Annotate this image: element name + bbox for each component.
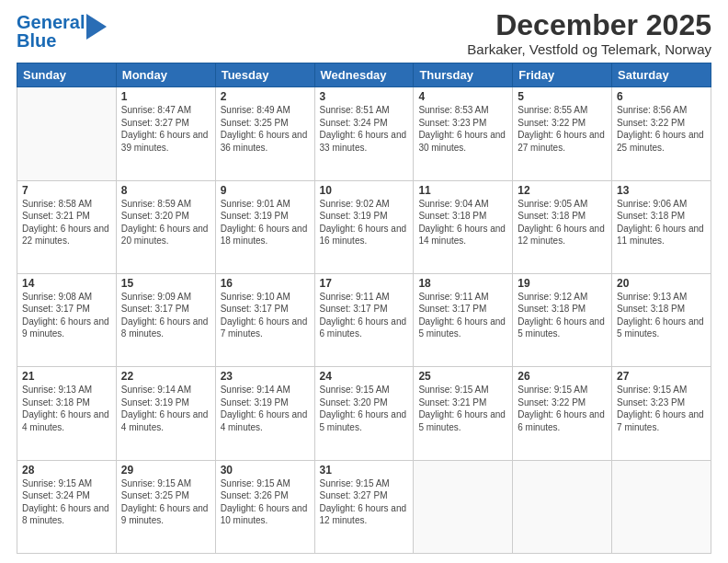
day-number: 4: [418, 90, 507, 103]
day-info: Sunrise: 9:11 AMSunset: 3:17 PMDaylight:…: [418, 291, 507, 340]
table-row: 31Sunrise: 9:15 AMSunset: 3:27 PMDayligh…: [314, 460, 414, 553]
day-number: 17: [320, 277, 409, 290]
table-row: 4Sunrise: 8:53 AMSunset: 3:23 PMDaylight…: [414, 87, 513, 180]
logo-arrow-icon: [86, 14, 107, 40]
table-row: 24Sunrise: 9:15 AMSunset: 3:20 PMDayligh…: [314, 367, 414, 460]
day-info: Sunrise: 9:05 AMSunset: 3:18 PMDaylight:…: [518, 198, 607, 247]
calendar-table: Sunday Monday Tuesday Wednesday Thursday…: [17, 63, 711, 554]
location-subtitle: Barkaker, Vestfold og Telemark, Norway: [467, 41, 711, 57]
day-info: Sunrise: 9:15 AMSunset: 3:20 PMDaylight:…: [320, 384, 409, 433]
day-number: 14: [22, 277, 111, 290]
day-number: 21: [22, 370, 111, 383]
table-row: 8Sunrise: 8:59 AMSunset: 3:20 PMDaylight…: [116, 180, 215, 273]
day-info: Sunrise: 9:01 AMSunset: 3:19 PMDaylight:…: [221, 198, 310, 247]
day-info: Sunrise: 9:15 AMSunset: 3:27 PMDaylight:…: [320, 477, 409, 527]
day-number: 29: [121, 464, 210, 477]
table-row: 5Sunrise: 8:55 AMSunset: 3:22 PMDaylight…: [513, 87, 612, 180]
table-row: 22Sunrise: 9:14 AMSunset: 3:19 PMDayligh…: [116, 367, 215, 460]
table-row: 15Sunrise: 9:09 AMSunset: 3:17 PMDayligh…: [116, 273, 215, 366]
day-info: Sunrise: 9:12 AMSunset: 3:18 PMDaylight:…: [518, 291, 607, 340]
day-number: 18: [418, 277, 507, 290]
day-number: 23: [221, 370, 310, 383]
calendar-week-row: 21Sunrise: 9:13 AMSunset: 3:18 PMDayligh…: [17, 367, 711, 460]
table-row: 16Sunrise: 9:10 AMSunset: 3:17 PMDayligh…: [215, 273, 314, 366]
day-info: Sunrise: 9:11 AMSunset: 3:17 PMDaylight:…: [320, 291, 409, 340]
table-row: 29Sunrise: 9:15 AMSunset: 3:25 PMDayligh…: [116, 460, 215, 553]
table-row: 3Sunrise: 8:51 AMSunset: 3:24 PMDaylight…: [314, 87, 414, 180]
header-wednesday: Wednesday: [314, 63, 414, 87]
table-row: 14Sunrise: 9:08 AMSunset: 3:17 PMDayligh…: [17, 273, 117, 366]
day-info: Sunrise: 9:15 AMSunset: 3:21 PMDaylight:…: [418, 384, 507, 433]
day-number: 28: [22, 464, 111, 477]
table-row: 18Sunrise: 9:11 AMSunset: 3:17 PMDayligh…: [414, 273, 513, 366]
day-number: 26: [518, 370, 607, 383]
table-row: 6Sunrise: 8:56 AMSunset: 3:22 PMDaylight…: [612, 87, 711, 180]
table-row: 19Sunrise: 9:12 AMSunset: 3:18 PMDayligh…: [513, 273, 612, 366]
day-info: Sunrise: 8:49 AMSunset: 3:25 PMDaylight:…: [221, 104, 310, 154]
day-number: 31: [320, 464, 409, 477]
day-number: 11: [418, 184, 507, 197]
title-block: December 2025 Barkaker, Vestfold og Tele…: [467, 9, 711, 57]
day-info: Sunrise: 9:14 AMSunset: 3:19 PMDaylight:…: [221, 384, 310, 433]
day-number: 27: [617, 370, 706, 383]
table-row: [414, 460, 513, 553]
table-row: 23Sunrise: 9:14 AMSunset: 3:19 PMDayligh…: [215, 367, 314, 460]
table-row: [513, 460, 612, 553]
day-info: Sunrise: 9:15 AMSunset: 3:24 PMDaylight:…: [22, 477, 111, 527]
day-info: Sunrise: 9:06 AMSunset: 3:18 PMDaylight:…: [617, 198, 706, 247]
logo-text: General Blue: [17, 13, 85, 50]
header-monday: Monday: [116, 63, 215, 87]
day-number: 8: [121, 184, 210, 197]
day-number: 6: [617, 90, 706, 103]
table-row: 25Sunrise: 9:15 AMSunset: 3:21 PMDayligh…: [414, 367, 513, 460]
day-info: Sunrise: 9:04 AMSunset: 3:18 PMDaylight:…: [418, 198, 507, 247]
table-row: 13Sunrise: 9:06 AMSunset: 3:18 PMDayligh…: [612, 180, 711, 273]
day-number: 9: [221, 184, 310, 197]
day-info: Sunrise: 8:56 AMSunset: 3:22 PMDaylight:…: [617, 104, 706, 154]
day-number: 10: [320, 184, 409, 197]
calendar-week-row: 28Sunrise: 9:15 AMSunset: 3:24 PMDayligh…: [17, 460, 711, 553]
header-sunday: Sunday: [17, 63, 117, 87]
calendar-week-row: 14Sunrise: 9:08 AMSunset: 3:17 PMDayligh…: [17, 273, 711, 366]
day-info: Sunrise: 8:47 AMSunset: 3:27 PMDaylight:…: [121, 104, 210, 154]
calendar-week-row: 1Sunrise: 8:47 AMSunset: 3:27 PMDaylight…: [17, 87, 711, 180]
month-year-title: December 2025: [467, 9, 711, 41]
table-row: 1Sunrise: 8:47 AMSunset: 3:27 PMDaylight…: [116, 87, 215, 180]
header-thursday: Thursday: [414, 63, 513, 87]
day-number: 22: [121, 370, 210, 383]
table-row: 12Sunrise: 9:05 AMSunset: 3:18 PMDayligh…: [513, 180, 612, 273]
day-info: Sunrise: 9:10 AMSunset: 3:17 PMDaylight:…: [221, 291, 310, 340]
day-number: 2: [221, 90, 310, 103]
header-saturday: Saturday: [612, 63, 711, 87]
day-info: Sunrise: 9:02 AMSunset: 3:19 PMDaylight:…: [320, 198, 409, 247]
table-row: 27Sunrise: 9:15 AMSunset: 3:23 PMDayligh…: [612, 367, 711, 460]
day-number: 12: [518, 184, 607, 197]
day-info: Sunrise: 9:13 AMSunset: 3:18 PMDaylight:…: [617, 291, 706, 340]
day-number: 16: [221, 277, 310, 290]
day-number: 7: [22, 184, 111, 197]
header: General Blue December 2025 Barkaker, Ves…: [17, 9, 711, 57]
svg-marker-0: [86, 14, 107, 40]
day-number: 13: [617, 184, 706, 197]
calendar-week-row: 7Sunrise: 8:58 AMSunset: 3:21 PMDaylight…: [17, 180, 711, 273]
table-row: 17Sunrise: 9:11 AMSunset: 3:17 PMDayligh…: [314, 273, 414, 366]
logo: General Blue: [17, 13, 107, 50]
table-row: 2Sunrise: 8:49 AMSunset: 3:25 PMDaylight…: [215, 87, 314, 180]
day-number: 5: [518, 90, 607, 103]
table-row: 11Sunrise: 9:04 AMSunset: 3:18 PMDayligh…: [414, 180, 513, 273]
day-info: Sunrise: 9:13 AMSunset: 3:18 PMDaylight:…: [22, 384, 111, 433]
table-row: 10Sunrise: 9:02 AMSunset: 3:19 PMDayligh…: [314, 180, 414, 273]
day-number: 1: [121, 90, 210, 103]
day-info: Sunrise: 8:59 AMSunset: 3:20 PMDaylight:…: [121, 198, 210, 247]
table-row: 7Sunrise: 8:58 AMSunset: 3:21 PMDaylight…: [17, 180, 117, 273]
header-friday: Friday: [513, 63, 612, 87]
table-row: 9Sunrise: 9:01 AMSunset: 3:19 PMDaylight…: [215, 180, 314, 273]
day-number: 30: [221, 464, 310, 477]
day-number: 15: [121, 277, 210, 290]
day-info: Sunrise: 9:15 AMSunset: 3:26 PMDaylight:…: [221, 477, 310, 527]
day-info: Sunrise: 8:58 AMSunset: 3:21 PMDaylight:…: [22, 198, 111, 247]
day-info: Sunrise: 8:53 AMSunset: 3:23 PMDaylight:…: [418, 104, 507, 154]
day-info: Sunrise: 9:09 AMSunset: 3:17 PMDaylight:…: [121, 291, 210, 340]
table-row: 21Sunrise: 9:13 AMSunset: 3:18 PMDayligh…: [17, 367, 117, 460]
table-row: [612, 460, 711, 553]
